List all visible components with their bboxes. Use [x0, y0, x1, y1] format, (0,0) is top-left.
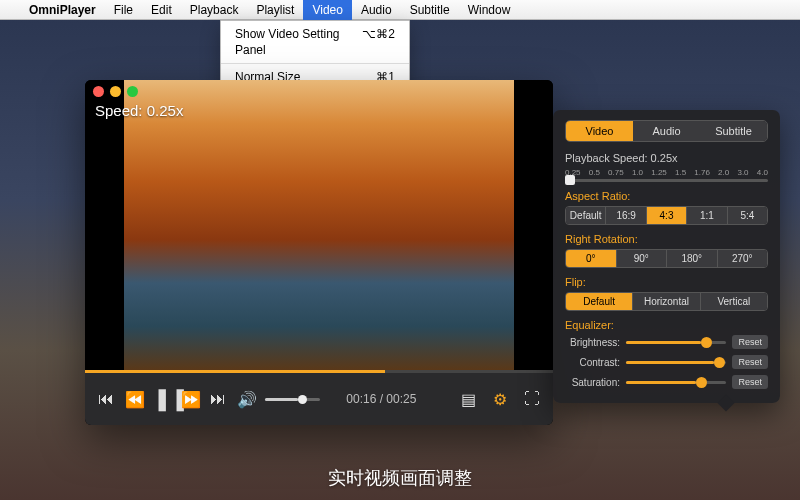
- flip-horizontal[interactable]: Horizontal: [633, 293, 700, 310]
- video-content: [124, 80, 514, 370]
- rotation-segment: 0° 90° 180° 270°: [565, 249, 768, 268]
- player-window: Speed: 0.25x ⏮ ⏪ ❚❚ ⏩ ⏭ 🔊 00:16 / 00:25 …: [85, 80, 553, 425]
- flip-default[interactable]: Default: [566, 293, 633, 310]
- volume-slider[interactable]: [265, 398, 320, 401]
- pause-icon[interactable]: ❚❚: [153, 386, 171, 412]
- prev-track-icon[interactable]: ⏮: [97, 390, 115, 408]
- fullscreen-icon[interactable]: ⛶: [523, 390, 541, 409]
- minimize-icon[interactable]: [110, 86, 121, 97]
- playback-speed-label: Playback Speed: 0.25x: [565, 152, 768, 164]
- flip-segment: Default Horizontal Vertical: [565, 292, 768, 311]
- eq-saturation-row: Saturation: Reset: [565, 375, 768, 389]
- menu-file[interactable]: File: [105, 0, 142, 20]
- eq-brightness-reset[interactable]: Reset: [732, 335, 768, 349]
- eq-brightness-label: Brightness:: [565, 337, 620, 348]
- menu-audio[interactable]: Audio: [352, 0, 401, 20]
- menu-row-show-setting[interactable]: Show Video Setting Panel⌥⌘2: [221, 24, 409, 60]
- flip-label: Flip:: [565, 276, 768, 288]
- aspect-label: Aspect Ratio:: [565, 190, 768, 202]
- eq-contrast-slider[interactable]: [626, 361, 726, 364]
- window-traffic-lights: [93, 86, 138, 97]
- flip-vertical[interactable]: Vertical: [701, 293, 767, 310]
- aspect-seg-11[interactable]: 1:1: [687, 207, 727, 224]
- tab-video[interactable]: Video: [566, 121, 633, 141]
- next-track-icon[interactable]: ⏭: [209, 390, 227, 408]
- menu-separator: [221, 63, 409, 64]
- eq-contrast-label: Contrast:: [565, 357, 620, 368]
- time-display: 00:16 / 00:25: [346, 392, 416, 406]
- forward-icon[interactable]: ⏩: [181, 390, 199, 409]
- video-settings-panel: Video Audio Subtitle Playback Speed: 0.2…: [553, 110, 780, 403]
- rot-90[interactable]: 90°: [617, 250, 668, 267]
- volume-icon[interactable]: 🔊: [237, 390, 255, 409]
- menu-subtitle[interactable]: Subtitle: [401, 0, 459, 20]
- zoom-icon[interactable]: [127, 86, 138, 97]
- player-controls: ⏮ ⏪ ❚❚ ⏩ ⏭ 🔊 00:16 / 00:25 ▤ ⚙ ⛶: [85, 373, 553, 425]
- panel-pointer: [718, 395, 735, 412]
- rot-270[interactable]: 270°: [718, 250, 768, 267]
- menu-video[interactable]: Video: [303, 0, 351, 20]
- speed-overlay: Speed: 0.25x: [95, 102, 183, 119]
- aspect-segment: Default 16:9 4:3 1:1 5:4: [565, 206, 768, 225]
- eq-contrast-reset[interactable]: Reset: [732, 355, 768, 369]
- speed-ticks: 0.250.50.751.01.251.51.762.03.04.0: [565, 168, 768, 177]
- menu-app[interactable]: OmniPlayer: [20, 0, 105, 20]
- speed-slider[interactable]: [565, 179, 768, 182]
- menu-window[interactable]: Window: [459, 0, 520, 20]
- rewind-icon[interactable]: ⏪: [125, 390, 143, 409]
- equalizer-label: Equalizer:: [565, 319, 768, 331]
- menu-playback[interactable]: Playback: [181, 0, 248, 20]
- eq-brightness-row: Brightness: Reset: [565, 335, 768, 349]
- aspect-seg-169[interactable]: 16:9: [606, 207, 646, 224]
- eq-contrast-row: Contrast: Reset: [565, 355, 768, 369]
- aspect-seg-43[interactable]: 4:3: [647, 207, 687, 224]
- rotation-label: Right Rotation:: [565, 233, 768, 245]
- aspect-seg-default[interactable]: Default: [566, 207, 606, 224]
- menu-edit[interactable]: Edit: [142, 0, 181, 20]
- menu-playlist[interactable]: Playlist: [247, 0, 303, 20]
- eq-saturation-slider[interactable]: [626, 381, 726, 384]
- tab-audio[interactable]: Audio: [633, 121, 700, 141]
- aspect-seg-54[interactable]: 5:4: [728, 207, 767, 224]
- panel-tabs: Video Audio Subtitle: [565, 120, 768, 142]
- gear-icon[interactable]: ⚙: [491, 390, 509, 409]
- eq-saturation-reset[interactable]: Reset: [732, 375, 768, 389]
- video-area[interactable]: [85, 80, 553, 370]
- eq-brightness-slider[interactable]: [626, 341, 726, 344]
- playlist-icon[interactable]: ▤: [459, 390, 477, 409]
- eq-saturation-label: Saturation:: [565, 377, 620, 388]
- menubar: OmniPlayer File Edit Playback Playlist V…: [0, 0, 800, 20]
- rot-0[interactable]: 0°: [566, 250, 617, 267]
- tab-subtitle[interactable]: Subtitle: [700, 121, 767, 141]
- rot-180[interactable]: 180°: [667, 250, 718, 267]
- close-icon[interactable]: [93, 86, 104, 97]
- caption-text: 实时视频画面调整: [0, 466, 800, 490]
